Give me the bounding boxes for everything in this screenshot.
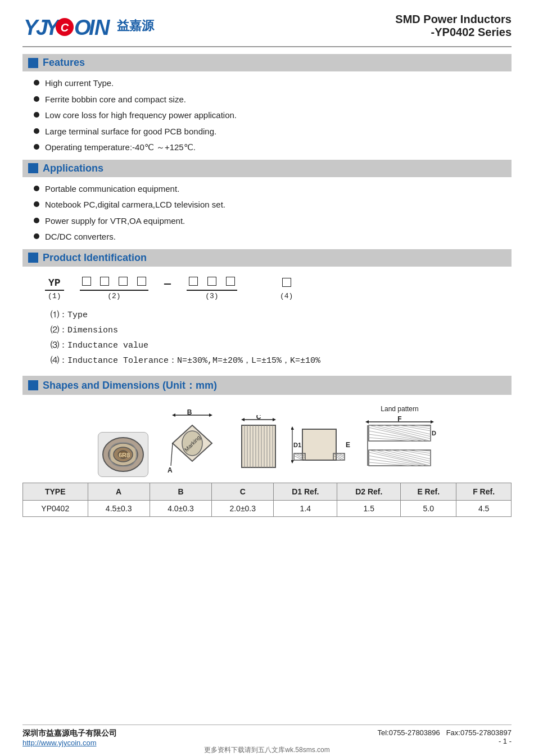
list-item: Portable communication equipment. bbox=[34, 183, 512, 196]
cell-f: 4.5 bbox=[456, 500, 512, 516]
svg-marker-58 bbox=[365, 420, 369, 424]
pid-dash: — bbox=[164, 277, 171, 290]
svg-text:F: F bbox=[397, 415, 401, 423]
svg-text:D2: D2 bbox=[432, 430, 436, 436]
applications-section-bar: Applications bbox=[22, 160, 512, 177]
logo-cn-text: 益嘉源 bbox=[117, 17, 154, 34]
cell-a: 4.5±0.3 bbox=[88, 500, 150, 516]
pid-explanations: ⑴：Type ⑵：Dimensions ⑶：Inductance value ⑷… bbox=[51, 309, 512, 366]
svg-text:6R8: 6R8 bbox=[119, 452, 130, 458]
pid-part1-label: YP bbox=[45, 277, 64, 291]
table-header-d2: D2 Ref. bbox=[337, 483, 401, 500]
bullet-dot bbox=[34, 128, 39, 134]
pid-exp-3: ⑶：Inductance value bbox=[51, 340, 512, 350]
side-view-area: D1 E bbox=[291, 415, 353, 477]
page-header: Y J Y C O I N 益嘉源 SMD Power Inductors -Y… bbox=[22, 11, 512, 47]
svg-marker-57 bbox=[431, 420, 434, 424]
product-id-section-bar: Product Identification bbox=[22, 249, 512, 267]
table-header-e: E Ref. bbox=[401, 483, 456, 500]
table-row: YP0402 4.5±0.3 4.0±0.3 2.0±0.3 1.4 1.5 5… bbox=[23, 500, 512, 516]
svg-text:B: B bbox=[187, 410, 192, 416]
table-header-f: F Ref. bbox=[456, 483, 512, 500]
svg-line-62 bbox=[369, 428, 428, 441]
svg-marker-15 bbox=[172, 413, 175, 417]
applications-icon bbox=[28, 163, 38, 173]
bullet-dot bbox=[34, 144, 39, 150]
pid-part4-num: (4) bbox=[280, 292, 293, 300]
pid-part2-boxes bbox=[80, 277, 148, 291]
bullet-dot bbox=[34, 218, 39, 223]
header-title: SMD Power Inductors -YP0402 Series bbox=[395, 13, 512, 39]
list-item: Operating temperature:-40℃ ～+125℃. bbox=[34, 141, 512, 154]
svg-marker-14 bbox=[209, 413, 212, 417]
cell-type: YP0402 bbox=[23, 500, 88, 516]
coil-photo: 6R8 bbox=[98, 432, 148, 477]
bullet-dot bbox=[34, 233, 39, 239]
svg-text:C: C bbox=[256, 415, 261, 421]
footer-left: 深圳市益嘉源电子有限公司 http://www.yjycoin.com bbox=[22, 728, 117, 747]
svg-rect-38 bbox=[302, 429, 336, 460]
list-item: DC/DC converters. bbox=[34, 231, 512, 244]
bullet-dot bbox=[34, 112, 39, 118]
table-header-a: A bbox=[88, 483, 150, 500]
title-line2: -YP0402 Series bbox=[395, 26, 512, 39]
cell-d2: 1.5 bbox=[337, 500, 401, 516]
logo-area: Y J Y C O I N 益嘉源 bbox=[22, 11, 154, 40]
footer-page: - 1 - bbox=[377, 737, 512, 745]
winding-diagram-area: C bbox=[236, 415, 281, 477]
footer-contact: Tel:0755-27803896 Fax:0755-27803897 bbox=[377, 728, 512, 737]
logo-icon: Y J Y C O I N bbox=[22, 11, 112, 40]
svg-line-21 bbox=[171, 443, 173, 466]
pid-part4-box bbox=[280, 278, 293, 291]
pid-exp-4: ⑷：Inductance Tolerance：N=±30%,M=±20%，L=±… bbox=[51, 355, 512, 366]
svg-line-74 bbox=[369, 452, 428, 466]
dimensions-table: TYPE A B C D1 Ref. D2 Ref. E Ref. F Ref.… bbox=[22, 483, 512, 517]
page-footer: 深圳市益嘉源电子有限公司 http://www.yjycoin.com Tel:… bbox=[22, 724, 512, 747]
land-pattern-label: Land pattern bbox=[381, 405, 418, 413]
cell-d1: 1.4 bbox=[274, 500, 337, 516]
applications-list: Portable communication equipment. Notebo… bbox=[22, 183, 512, 244]
cell-e: 5.0 bbox=[401, 500, 456, 516]
svg-marker-53 bbox=[291, 460, 294, 464]
list-item: Ferrite bobbin core and compact size. bbox=[34, 93, 512, 106]
bullet-dot bbox=[34, 186, 39, 191]
bullet-dot bbox=[34, 80, 39, 86]
svg-text:N: N bbox=[94, 16, 111, 39]
coil-photo-area: 6R8 bbox=[98, 432, 148, 477]
svg-marker-52 bbox=[291, 426, 294, 430]
list-item: Large terminal surface for good PCB bond… bbox=[34, 125, 512, 138]
bullet-dot bbox=[34, 201, 39, 207]
land-pattern-area: Land pattern F bbox=[363, 405, 436, 477]
svg-text:C: C bbox=[61, 21, 69, 34]
table-header-type: TYPE bbox=[23, 483, 88, 500]
svg-marker-24 bbox=[241, 418, 245, 421]
bullet-dot bbox=[34, 96, 39, 102]
list-item: Low core loss for high frequency power a… bbox=[34, 109, 512, 122]
svg-text:A: A bbox=[168, 466, 173, 474]
cell-c: 2.0±0.3 bbox=[212, 500, 274, 516]
pid-exp-1: ⑴：Type bbox=[51, 309, 512, 320]
table-header-b: B bbox=[150, 483, 211, 500]
pid-part3-boxes bbox=[187, 277, 237, 291]
title-line1: SMD Power Inductors bbox=[395, 13, 512, 26]
watermark: 更多资料下载请到五八文库wk.58sms.com bbox=[0, 745, 534, 755]
shapes-diagrams-area: 6R8 B Marking A bbox=[22, 405, 512, 477]
svg-text:D1: D1 bbox=[293, 442, 301, 448]
product-id-title: Product Identification bbox=[43, 252, 147, 264]
list-item: Notebook PC,digital carmera,LCD televisi… bbox=[34, 199, 512, 212]
applications-title: Applications bbox=[43, 163, 103, 174]
company-name: 深圳市益嘉源电子有限公司 bbox=[22, 728, 117, 739]
svg-marker-23 bbox=[273, 418, 276, 421]
shapes-icon bbox=[28, 380, 38, 390]
pid-exp-2: ⑵：Dimensions bbox=[51, 325, 512, 335]
product-id-diagram: YP (1) (2) — bbox=[45, 277, 512, 366]
svg-text:E: E bbox=[346, 441, 350, 449]
table-header-d1: D1 Ref. bbox=[274, 483, 337, 500]
list-item: Power supply for VTR,OA equipment. bbox=[34, 215, 512, 228]
features-title: Features bbox=[43, 57, 85, 69]
features-section-bar: Features bbox=[22, 54, 512, 71]
features-list: High current Type. Ferrite bobbin core a… bbox=[22, 77, 512, 154]
table-header-c: C bbox=[212, 483, 274, 500]
diamond-diagram-area: B Marking A bbox=[159, 410, 226, 477]
features-icon bbox=[28, 58, 38, 68]
